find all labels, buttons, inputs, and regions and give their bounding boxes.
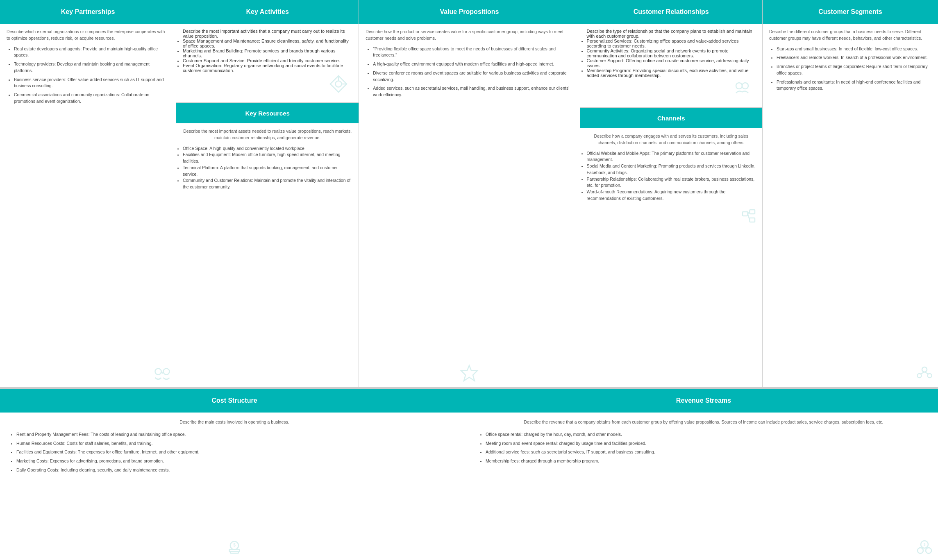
cost-structure-desc: Describe the main costs involved in oper… <box>8 419 461 426</box>
list-item: Commercial associations and community or… <box>14 92 169 105</box>
list-item: Start-ups and small businesses: In need … <box>777 46 931 52</box>
value-propositions-body: Describe how the product or service crea… <box>359 24 579 363</box>
list-item: Technical Platform: A platform that supp… <box>183 165 352 178</box>
channels-desc: Describe how a company engages with and … <box>587 133 756 146</box>
col-relationships-inner: Describe the type of relationships that … <box>580 24 762 387</box>
svg-point-0 <box>155 369 161 375</box>
revenue-streams-header: Revenue Streams <box>469 389 938 413</box>
svg-point-25 <box>918 548 923 553</box>
col-partnerships: Key Partnerships Describe which external… <box>0 0 176 387</box>
svg-point-8 <box>742 83 748 89</box>
list-item: Membership Program: Providing special di… <box>587 68 756 78</box>
key-partnerships-header: Key Partnerships <box>0 0 176 24</box>
channels-section: Channels Describe how a company engages … <box>580 108 762 387</box>
customer-segments-header: Customer Segments <box>763 0 938 24</box>
key-resources-section: Key Resources Describe the most importan… <box>176 103 359 387</box>
svg-text:$: $ <box>233 543 236 547</box>
channels-list: Official Website and Mobile Apps: The pr… <box>587 150 756 202</box>
list-item: Partnership Relationships: Collaborating… <box>587 176 756 189</box>
partnerships-icon <box>0 363 176 387</box>
list-item: Daily Operating Costs: Including cleanin… <box>16 467 461 474</box>
bottom-section: Cost Structure Describe the main costs i… <box>0 388 938 560</box>
cost-structure-header: Cost Structure <box>0 389 469 413</box>
list-item: Technology providers: Develop and mainta… <box>14 61 169 74</box>
list-item: Space Management and Maintenance: Ensure… <box>183 39 352 48</box>
revenue-streams-list: Office space rental: charged by the hour… <box>477 431 930 465</box>
segments-icon <box>763 363 938 387</box>
list-item: Membership fees: charged through a membe… <box>486 458 930 465</box>
svg-line-18 <box>924 372 929 374</box>
revenue-streams-col: Revenue Streams Describe the revenue tha… <box>469 389 938 560</box>
channels-body: Describe how a company engages with and … <box>580 128 762 207</box>
value-icon <box>359 363 579 387</box>
relationships-list: Personalized Services: Customizing offic… <box>587 39 756 78</box>
activities-list: Space Management and Maintenance: Ensure… <box>183 39 352 73</box>
channels-icon <box>580 207 762 231</box>
svg-rect-9 <box>743 212 748 216</box>
key-partnerships-desc: Describe which external organizations or… <box>7 29 169 42</box>
list-item: "Providing flexible office space solutio… <box>373 46 573 59</box>
key-partnerships-list: Real estate developers and agents: Provi… <box>7 46 169 105</box>
cost-structure-body: Describe the main costs involved in oper… <box>0 413 469 535</box>
key-resources-header: Key Resources <box>176 103 359 123</box>
svg-line-17 <box>920 372 924 374</box>
list-item: Additional service fees: such as secreta… <box>486 449 930 456</box>
activities-desc: Describe the most important activities t… <box>183 29 352 39</box>
business-model-canvas: Key Partnerships Describe which external… <box>0 0 938 560</box>
svg-point-3 <box>336 81 342 87</box>
svg-text:$: $ <box>923 542 925 546</box>
list-item: Community Activities: Organizing social … <box>587 48 756 58</box>
list-item: Social Media and Content Marketing: Prom… <box>587 163 756 176</box>
list-item: Customer Support and Service: Provide ef… <box>183 58 352 63</box>
activities-icon <box>183 73 352 97</box>
col-activities: Key Activities Describe the most importa… <box>176 0 359 387</box>
list-item: Office Space: A high-quality and conveni… <box>183 145 352 152</box>
cost-structure-list: Rent and Property Management Fees: The c… <box>8 431 461 474</box>
col-segments: Customer Segments Describe the different… <box>763 0 938 387</box>
list-item: Human Resources Costs: Costs for staff s… <box>16 440 461 447</box>
cost-icon: $ <box>0 535 469 560</box>
svg-rect-10 <box>749 210 755 214</box>
svg-line-13 <box>747 214 749 220</box>
svg-point-26 <box>926 548 931 553</box>
list-item: Marketing Costs: Expenses for advertisin… <box>16 458 461 465</box>
list-item: Real estate developers and agents: Provi… <box>14 46 169 59</box>
relationships-desc: Describe the type of relationships that … <box>587 29 756 39</box>
top-section: Key Partnerships Describe which external… <box>0 0 938 388</box>
list-item: Personalized Services: Customizing offic… <box>587 39 756 48</box>
key-partnerships-body: Describe which external organizations or… <box>0 24 176 363</box>
list-item: Facilities and Equipment: Modern office … <box>183 152 352 165</box>
list-item: Meeting room and event space rental: cha… <box>486 440 930 447</box>
value-propositions-list: "Providing flexible office space solutio… <box>366 46 573 98</box>
svg-marker-6 <box>461 365 477 381</box>
relationships-top: Describe the type of relationships that … <box>580 24 762 108</box>
cost-structure-col: Cost Structure Describe the main costs i… <box>0 389 469 560</box>
key-resources-list: Office Space: A high-quality and conveni… <box>183 145 352 190</box>
value-propositions-header: Value Propositions <box>359 0 579 24</box>
list-item: Branches or project teams of large corpo… <box>777 63 931 77</box>
list-item: Event Organisation: Regularly organise n… <box>183 63 352 73</box>
key-activities-header: Key Activities <box>176 0 359 24</box>
customer-segments-list: Start-ups and small businesses: In need … <box>769 46 931 92</box>
list-item: Word-of-mouth Recommendations: Acquiring… <box>587 189 756 202</box>
list-item: Community and Customer Relations: Mainta… <box>183 177 352 190</box>
list-item: Business service providers: Offer value-… <box>14 77 169 90</box>
list-item: Freelancers and remote workers: In searc… <box>777 54 931 61</box>
svg-rect-22 <box>230 552 238 553</box>
list-item: Official Website and Mobile Apps: The pr… <box>587 150 756 163</box>
customer-segments-body: Describe the different customer groups t… <box>763 24 938 363</box>
list-item: Professionals and consultants: In need o… <box>777 79 931 92</box>
revenue-icon: $ <box>469 535 938 560</box>
svg-point-1 <box>164 369 170 375</box>
channels-header: Channels <box>580 108 762 128</box>
col-value: Value Propositions Describe how the prod… <box>359 0 580 387</box>
col-relationships: Customer Relationships Describe the type… <box>580 0 763 387</box>
col-activities-inner: Describe the most important activities t… <box>176 24 359 387</box>
list-item: Rent and Property Management Fees: The c… <box>16 431 461 438</box>
customer-relationships-header: Customer Relationships <box>580 0 762 24</box>
list-item: Office space rental: charged by the hour… <box>486 431 930 438</box>
revenue-streams-desc: Describe the revenue that a company obta… <box>477 419 930 426</box>
list-item: Facilities and Equipment Costs: The expe… <box>16 449 461 456</box>
svg-rect-11 <box>749 218 755 222</box>
list-item: A high-quality office environment equipp… <box>373 61 573 68</box>
